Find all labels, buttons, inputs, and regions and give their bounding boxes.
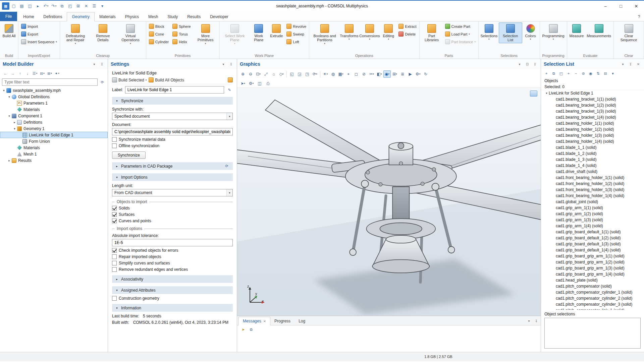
transparency-icon[interactable] — [329, 70, 337, 78]
part-instance-button[interactable]: Part Instance — [443, 38, 477, 46]
cylinder-button[interactable]: Cylinder — [147, 38, 170, 46]
section-parameters-cad[interactable]: Parameters in CAD Package — [112, 162, 233, 170]
copy-messages-icon[interactable] — [248, 326, 255, 333]
expand-arrow-icon[interactable] — [7, 159, 11, 162]
print-icon[interactable] — [264, 80, 272, 87]
selection-list-item[interactable]: cad1.pitch_compensator_cylinder_2 (solid… — [541, 295, 644, 301]
selection-list-item[interactable]: cad1.grip_board_default_1(1) (solid) — [541, 229, 644, 235]
expand-all-icon[interactable] — [46, 70, 53, 77]
expand-arrow-icon[interactable] — [12, 121, 17, 124]
section-synchronize[interactable]: Synchronize — [112, 97, 233, 105]
selection-list-item[interactable]: cad1.bearing_holder_1(3) (solid) — [541, 132, 644, 138]
measure-button[interactable]: Measure — [568, 22, 585, 39]
selection-list-item[interactable]: cad1.pitch_compensator_cylinder_3 (solid… — [541, 301, 644, 307]
selection-list-item[interactable]: cad1.blade_1_3 (solid) — [541, 157, 644, 163]
tab-file[interactable]: File — [0, 12, 17, 21]
defeaturing-button[interactable]: Defeaturing and Repair — [61, 22, 90, 46]
panel-menu-icon[interactable] — [517, 61, 523, 67]
move-up-icon[interactable] — [17, 70, 23, 77]
colors-button[interactable]: Colors — [523, 22, 539, 42]
checkbox-offline-sync[interactable]: Offline synchronization — [112, 143, 233, 148]
selection-list-item[interactable]: cad1.grip_board_default_1(3) (solid) — [541, 241, 644, 247]
block-button[interactable]: Block — [147, 22, 170, 30]
abs-tolerance-input[interactable] — [112, 239, 233, 246]
label-input[interactable] — [125, 86, 224, 94]
remove-selection-icon[interactable] — [573, 70, 579, 77]
extrude-button[interactable]: Extrude — [268, 22, 284, 39]
tab-study[interactable]: Study — [163, 12, 182, 21]
hide-objects-icon[interactable] — [360, 70, 368, 78]
graphics-thumbnail-icon[interactable] — [530, 90, 537, 97]
selection-list-item[interactable]: cad1.grip_board_grip_arm_1(1) (solid) — [541, 253, 644, 259]
go-to-yz-view-icon[interactable] — [296, 70, 303, 78]
delete-icon[interactable] — [83, 2, 90, 10]
document-input[interactable] — [112, 128, 233, 135]
zoom-to-selection-icon[interactable] — [543, 70, 550, 77]
paste-selection-icon[interactable] — [558, 70, 565, 77]
model-tree-settings-icon[interactable] — [54, 70, 60, 77]
booleans-partitions-button[interactable]: Booleans and Partitions — [310, 22, 339, 46]
go-to-default-view-icon[interactable] — [270, 70, 277, 78]
selection-list-item[interactable]: cad1.grip_board_default_1(4) (solid) — [541, 247, 644, 253]
tree-node-livelink[interactable]: LiveLink for Solid Edge 1 — [0, 132, 108, 138]
redo-icon[interactable] — [50, 2, 58, 10]
import-button[interactable]: Import — [19, 22, 59, 30]
selection-list-item[interactable]: cad1.bearing_holder_1(2) (solid) — [541, 126, 644, 132]
expand-arrow-icon[interactable] — [7, 95, 11, 99]
forward-icon[interactable] — [9, 70, 16, 77]
maximize-panel-icon[interactable] — [524, 61, 530, 67]
selection-list-item[interactable]: cad1.blade_1_2 (solid) — [541, 150, 644, 157]
scene-light-icon[interactable] — [322, 70, 329, 78]
pin-icon[interactable] — [628, 61, 634, 67]
pin-icon[interactable] — [532, 61, 538, 67]
checkbox-construction-geometry[interactable]: Construction geometry — [112, 296, 233, 301]
list-view-menu-icon[interactable] — [609, 70, 616, 77]
panel-menu-icon[interactable] — [91, 61, 97, 67]
panel-menu-icon[interactable] — [526, 318, 532, 324]
delete-button[interactable]: Delete — [397, 30, 418, 38]
save-file-icon[interactable] — [26, 2, 34, 10]
selection-list-item[interactable]: cad1.bearing_bracket_1(2) (solid) — [541, 102, 644, 108]
legend-icon[interactable] — [399, 70, 406, 78]
close-tab-icon[interactable] — [263, 319, 266, 323]
open-file-icon[interactable] — [18, 2, 25, 10]
selection-list-item[interactable]: cad1.pitch_compensator (solid) — [541, 283, 644, 289]
tree-node-parameters[interactable]: Parameters 1 — [0, 100, 108, 106]
maximize-button[interactable] — [613, 1, 629, 11]
tab-home[interactable]: Home — [18, 12, 39, 21]
sweep-button[interactable]: Sweep — [285, 30, 308, 38]
selection-list-item[interactable]: cad1.pitch_compensator_link_1 (solid) — [541, 307, 644, 310]
help-button[interactable]: ? — [634, 12, 644, 21]
checkbox-remove-redundant[interactable]: Remove redundant edges and vertices — [112, 267, 233, 272]
tab-mesh[interactable]: Mesh — [144, 12, 163, 21]
build-selected-button[interactable]: Build Selected — [112, 77, 147, 82]
tree-node-mesh[interactable]: Mesh 1 — [0, 151, 108, 157]
zoom-box-icon[interactable] — [255, 70, 262, 78]
add-selection-icon[interactable] — [565, 70, 572, 77]
copy-icon[interactable] — [58, 2, 66, 10]
create-part-button[interactable]: Create Part — [443, 22, 477, 30]
zoom-extents-icon[interactable] — [262, 70, 270, 78]
new-file-icon[interactable] — [10, 2, 17, 10]
tree-node-results[interactable]: Results — [0, 157, 108, 164]
selection-list-item[interactable]: cad1.bearing_holder_1(4) (solid) — [541, 138, 644, 144]
zoom-in-icon[interactable] — [239, 70, 247, 78]
selection-list-item[interactable]: cad1.front_bearing_holder_1(1) (solid) — [541, 175, 644, 181]
tab-definitions[interactable]: Definitions — [39, 12, 67, 21]
pin-icon[interactable] — [533, 318, 539, 324]
section-associativity[interactable]: Associativity — [112, 275, 233, 283]
tab-messages[interactable]: Messages — [238, 317, 270, 325]
grid-icon[interactable] — [391, 70, 398, 78]
view-settings-icon[interactable] — [414, 70, 422, 78]
selection-list-root[interactable]: LiveLink for Solid Edge 1 — [541, 90, 644, 96]
panel-menu-icon[interactable] — [220, 61, 226, 67]
tree-node-global-definitions[interactable]: Global Definitions — [0, 94, 108, 100]
tree-node-definitions[interactable]: Definitions — [0, 119, 108, 125]
selection-list-item[interactable]: cad1.front_bearing_holder_1(4) (solid) — [541, 193, 644, 199]
tree-node-geometry[interactable]: Geometry 1 — [0, 125, 108, 132]
settings-menu-icon[interactable] — [91, 2, 98, 10]
checkbox-solids[interactable]: Solids — [112, 206, 233, 210]
rotate-view-icon[interactable] — [311, 70, 319, 78]
tree-node-model-file[interactable]: swashplate_assembly.mph — [0, 87, 108, 94]
selection-list-item[interactable]: cad1.grip_arm_1(1) (solid) — [541, 205, 644, 211]
